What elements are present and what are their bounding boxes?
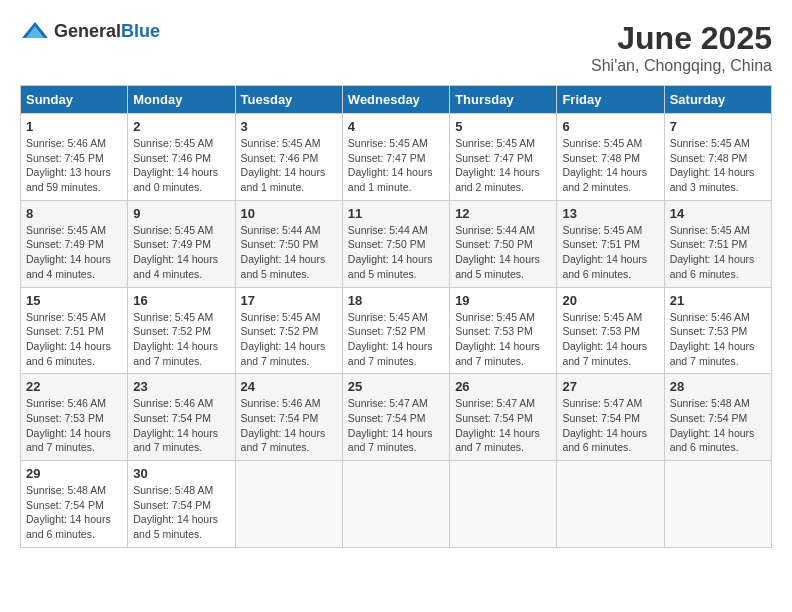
sunset-text: Sunset: 7:52 PM <box>133 325 211 337</box>
header-thursday: Thursday <box>450 86 557 114</box>
sunset-text: Sunset: 7:53 PM <box>455 325 533 337</box>
sunrise-text: Sunrise: 5:46 AM <box>133 397 213 409</box>
logo-text: GeneralBlue <box>54 21 160 42</box>
calendar-cell: 16Sunrise: 5:45 AMSunset: 7:52 PMDayligh… <box>128 287 235 374</box>
day-number: 6 <box>562 119 658 134</box>
calendar-cell: 15Sunrise: 5:45 AMSunset: 7:51 PMDayligh… <box>21 287 128 374</box>
day-number: 8 <box>26 206 122 221</box>
calendar-cell: 29Sunrise: 5:48 AMSunset: 7:54 PMDayligh… <box>21 461 128 548</box>
sunset-text: Sunset: 7:47 PM <box>455 152 533 164</box>
daylight-text: Daylight: 13 hours and 59 minutes. <box>26 166 111 193</box>
sunrise-text: Sunrise: 5:47 AM <box>348 397 428 409</box>
day-number: 27 <box>562 379 658 394</box>
sunrise-text: Sunrise: 5:45 AM <box>348 311 428 323</box>
sunset-text: Sunset: 7:51 PM <box>670 238 748 250</box>
day-info: Sunrise: 5:45 AMSunset: 7:48 PMDaylight:… <box>670 136 766 195</box>
calendar-cell: 13Sunrise: 5:45 AMSunset: 7:51 PMDayligh… <box>557 200 664 287</box>
day-number: 7 <box>670 119 766 134</box>
sunrise-text: Sunrise: 5:46 AM <box>241 397 321 409</box>
daylight-text: Daylight: 14 hours and 2 minutes. <box>562 166 647 193</box>
day-number: 18 <box>348 293 444 308</box>
calendar-cell <box>450 461 557 548</box>
calendar-cell: 17Sunrise: 5:45 AMSunset: 7:52 PMDayligh… <box>235 287 342 374</box>
day-number: 28 <box>670 379 766 394</box>
location-title: Shi'an, Chongqing, China <box>591 57 772 75</box>
day-number: 23 <box>133 379 229 394</box>
sunrise-text: Sunrise: 5:46 AM <box>670 311 750 323</box>
day-info: Sunrise: 5:45 AMSunset: 7:53 PMDaylight:… <box>455 310 551 369</box>
calendar-cell <box>664 461 771 548</box>
sunrise-text: Sunrise: 5:48 AM <box>670 397 750 409</box>
calendar-cell: 19Sunrise: 5:45 AMSunset: 7:53 PMDayligh… <box>450 287 557 374</box>
header-friday: Friday <box>557 86 664 114</box>
calendar-cell: 5Sunrise: 5:45 AMSunset: 7:47 PMDaylight… <box>450 114 557 201</box>
sunset-text: Sunset: 7:54 PM <box>455 412 533 424</box>
sunset-text: Sunset: 7:54 PM <box>670 412 748 424</box>
calendar-cell: 23Sunrise: 5:46 AMSunset: 7:54 PMDayligh… <box>128 374 235 461</box>
daylight-text: Daylight: 14 hours and 7 minutes. <box>348 427 433 454</box>
sunrise-text: Sunrise: 5:44 AM <box>241 224 321 236</box>
sunset-text: Sunset: 7:54 PM <box>133 412 211 424</box>
daylight-text: Daylight: 14 hours and 1 minute. <box>348 166 433 193</box>
sunrise-text: Sunrise: 5:45 AM <box>670 224 750 236</box>
day-number: 10 <box>241 206 337 221</box>
day-info: Sunrise: 5:45 AMSunset: 7:48 PMDaylight:… <box>562 136 658 195</box>
day-info: Sunrise: 5:45 AMSunset: 7:51 PMDaylight:… <box>562 223 658 282</box>
sunset-text: Sunset: 7:52 PM <box>348 325 426 337</box>
logo-icon <box>20 20 50 42</box>
daylight-text: Daylight: 14 hours and 7 minutes. <box>26 427 111 454</box>
day-number: 29 <box>26 466 122 481</box>
day-number: 2 <box>133 119 229 134</box>
daylight-text: Daylight: 14 hours and 7 minutes. <box>455 340 540 367</box>
day-number: 3 <box>241 119 337 134</box>
sunrise-text: Sunrise: 5:47 AM <box>562 397 642 409</box>
day-info: Sunrise: 5:45 AMSunset: 7:53 PMDaylight:… <box>562 310 658 369</box>
calendar-cell: 22Sunrise: 5:46 AMSunset: 7:53 PMDayligh… <box>21 374 128 461</box>
daylight-text: Daylight: 14 hours and 0 minutes. <box>133 166 218 193</box>
day-info: Sunrise: 5:44 AMSunset: 7:50 PMDaylight:… <box>455 223 551 282</box>
day-info: Sunrise: 5:46 AMSunset: 7:53 PMDaylight:… <box>26 396 122 455</box>
daylight-text: Daylight: 14 hours and 4 minutes. <box>133 253 218 280</box>
daylight-text: Daylight: 14 hours and 7 minutes. <box>133 427 218 454</box>
sunset-text: Sunset: 7:49 PM <box>26 238 104 250</box>
sunset-text: Sunset: 7:48 PM <box>670 152 748 164</box>
calendar-week-row: 29Sunrise: 5:48 AMSunset: 7:54 PMDayligh… <box>21 461 772 548</box>
calendar-cell: 12Sunrise: 5:44 AMSunset: 7:50 PMDayligh… <box>450 200 557 287</box>
sunrise-text: Sunrise: 5:45 AM <box>455 311 535 323</box>
daylight-text: Daylight: 14 hours and 1 minute. <box>241 166 326 193</box>
calendar-cell: 26Sunrise: 5:47 AMSunset: 7:54 PMDayligh… <box>450 374 557 461</box>
calendar-week-row: 8Sunrise: 5:45 AMSunset: 7:49 PMDaylight… <box>21 200 772 287</box>
sunset-text: Sunset: 7:46 PM <box>133 152 211 164</box>
calendar-cell: 10Sunrise: 5:44 AMSunset: 7:50 PMDayligh… <box>235 200 342 287</box>
sunrise-text: Sunrise: 5:45 AM <box>241 311 321 323</box>
day-info: Sunrise: 5:46 AMSunset: 7:45 PMDaylight:… <box>26 136 122 195</box>
day-info: Sunrise: 5:45 AMSunset: 7:46 PMDaylight:… <box>133 136 229 195</box>
logo-blue: Blue <box>121 21 160 41</box>
calendar-cell: 2Sunrise: 5:45 AMSunset: 7:46 PMDaylight… <box>128 114 235 201</box>
day-info: Sunrise: 5:47 AMSunset: 7:54 PMDaylight:… <box>562 396 658 455</box>
sunrise-text: Sunrise: 5:45 AM <box>348 137 428 149</box>
sunrise-text: Sunrise: 5:45 AM <box>26 311 106 323</box>
calendar-cell <box>235 461 342 548</box>
calendar-cell: 20Sunrise: 5:45 AMSunset: 7:53 PMDayligh… <box>557 287 664 374</box>
daylight-text: Daylight: 14 hours and 4 minutes. <box>26 253 111 280</box>
sunrise-text: Sunrise: 5:44 AM <box>455 224 535 236</box>
daylight-text: Daylight: 14 hours and 7 minutes. <box>562 340 647 367</box>
day-info: Sunrise: 5:45 AMSunset: 7:52 PMDaylight:… <box>348 310 444 369</box>
day-info: Sunrise: 5:46 AMSunset: 7:53 PMDaylight:… <box>670 310 766 369</box>
calendar-cell: 9Sunrise: 5:45 AMSunset: 7:49 PMDaylight… <box>128 200 235 287</box>
day-number: 11 <box>348 206 444 221</box>
header-wednesday: Wednesday <box>342 86 449 114</box>
header-monday: Monday <box>128 86 235 114</box>
day-info: Sunrise: 5:48 AMSunset: 7:54 PMDaylight:… <box>26 483 122 542</box>
day-info: Sunrise: 5:48 AMSunset: 7:54 PMDaylight:… <box>133 483 229 542</box>
daylight-text: Daylight: 14 hours and 5 minutes. <box>241 253 326 280</box>
daylight-text: Daylight: 14 hours and 7 minutes. <box>241 340 326 367</box>
day-number: 24 <box>241 379 337 394</box>
title-area: June 2025 Shi'an, Chongqing, China <box>591 20 772 75</box>
day-number: 20 <box>562 293 658 308</box>
logo-general: General <box>54 21 121 41</box>
sunset-text: Sunset: 7:46 PM <box>241 152 319 164</box>
daylight-text: Daylight: 14 hours and 7 minutes. <box>133 340 218 367</box>
daylight-text: Daylight: 14 hours and 3 minutes. <box>670 166 755 193</box>
